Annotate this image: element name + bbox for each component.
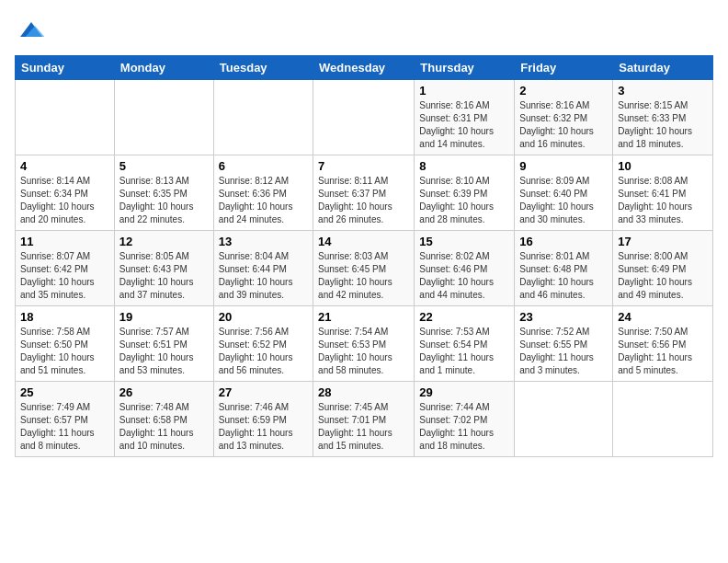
day-number: 4 — [20, 159, 109, 173]
day-info: Sunrise: 7:48 AM Sunset: 6:58 PM Dayligh… — [119, 401, 209, 453]
calendar-cell: 29Sunrise: 7:44 AM Sunset: 7:02 PM Dayli… — [415, 382, 515, 457]
day-info: Sunrise: 8:14 AM Sunset: 6:34 PM Dayligh… — [20, 175, 109, 226]
day-number: 16 — [519, 235, 608, 248]
day-info: Sunrise: 8:08 AM Sunset: 6:41 PM Dayligh… — [618, 175, 708, 226]
column-header-sunday: Sunday — [16, 56, 115, 80]
week-row-3: 11Sunrise: 8:07 AM Sunset: 6:42 PM Dayli… — [16, 231, 713, 306]
calendar-cell — [515, 382, 613, 457]
calendar-cell: 25Sunrise: 7:49 AM Sunset: 6:57 PM Dayli… — [16, 382, 115, 457]
calendar-cell: 9Sunrise: 8:09 AM Sunset: 6:40 PM Daylig… — [515, 155, 613, 231]
day-info: Sunrise: 7:52 AM Sunset: 6:55 PM Dayligh… — [519, 326, 608, 377]
calendar-cell: 28Sunrise: 7:45 AM Sunset: 7:01 PM Dayli… — [313, 382, 415, 457]
calendar-cell: 4Sunrise: 8:14 AM Sunset: 6:34 PM Daylig… — [16, 155, 115, 231]
calendar-cell — [16, 80, 115, 155]
page-header — [15, 15, 713, 48]
day-number: 5 — [119, 159, 209, 173]
day-number: 27 — [219, 385, 308, 399]
calendar-cell — [114, 80, 213, 155]
calendar-cell — [313, 80, 415, 155]
day-number: 25 — [20, 385, 109, 399]
calendar-cell: 12Sunrise: 8:05 AM Sunset: 6:43 PM Dayli… — [114, 231, 213, 306]
day-number: 21 — [318, 310, 409, 324]
day-number: 28 — [318, 385, 409, 399]
column-header-tuesday: Tuesday — [213, 56, 313, 80]
calendar-cell: 22Sunrise: 7:53 AM Sunset: 6:54 PM Dayli… — [415, 306, 515, 382]
day-info: Sunrise: 8:15 AM Sunset: 6:33 PM Dayligh… — [618, 99, 708, 151]
week-row-4: 18Sunrise: 7:58 AM Sunset: 6:50 PM Dayli… — [16, 306, 713, 382]
calendar-cell: 5Sunrise: 8:13 AM Sunset: 6:35 PM Daylig… — [114, 155, 213, 231]
day-info: Sunrise: 8:04 AM Sunset: 6:44 PM Dayligh… — [219, 250, 308, 302]
calendar-cell: 10Sunrise: 8:08 AM Sunset: 6:41 PM Dayli… — [613, 155, 713, 231]
day-info: Sunrise: 8:11 AM Sunset: 6:37 PM Dayligh… — [318, 175, 409, 226]
day-info: Sunrise: 7:57 AM Sunset: 6:51 PM Dayligh… — [119, 326, 209, 377]
day-number: 24 — [618, 310, 708, 324]
day-info: Sunrise: 7:58 AM Sunset: 6:50 PM Dayligh… — [20, 326, 109, 377]
day-info: Sunrise: 8:05 AM Sunset: 6:43 PM Dayligh… — [119, 250, 209, 302]
calendar-cell — [213, 80, 313, 155]
week-row-1: 1Sunrise: 8:16 AM Sunset: 6:31 PM Daylig… — [16, 80, 713, 155]
day-number: 1 — [419, 84, 509, 98]
day-info: Sunrise: 8:10 AM Sunset: 6:39 PM Dayligh… — [419, 175, 509, 226]
day-number: 8 — [419, 159, 509, 173]
day-number: 13 — [219, 235, 308, 248]
calendar-cell: 21Sunrise: 7:54 AM Sunset: 6:53 PM Dayli… — [313, 306, 415, 382]
day-number: 12 — [119, 235, 209, 248]
calendar-cell: 6Sunrise: 8:12 AM Sunset: 6:36 PM Daylig… — [213, 155, 313, 231]
calendar-header-row: SundayMondayTuesdayWednesdayThursdayFrid… — [16, 56, 713, 80]
day-number: 10 — [618, 159, 708, 173]
day-number: 22 — [419, 310, 509, 324]
day-number: 20 — [219, 310, 308, 324]
day-info: Sunrise: 8:13 AM Sunset: 6:35 PM Dayligh… — [119, 175, 209, 226]
day-number: 9 — [519, 159, 608, 173]
logo — [15, 15, 46, 48]
day-number: 26 — [119, 385, 209, 399]
day-number: 3 — [618, 84, 708, 98]
day-number: 2 — [519, 84, 608, 98]
calendar-cell: 11Sunrise: 8:07 AM Sunset: 6:42 PM Dayli… — [16, 231, 115, 306]
day-number: 23 — [519, 310, 608, 324]
day-info: Sunrise: 7:56 AM Sunset: 6:52 PM Dayligh… — [219, 326, 308, 377]
day-info: Sunrise: 7:53 AM Sunset: 6:54 PM Dayligh… — [419, 326, 509, 377]
calendar-cell: 23Sunrise: 7:52 AM Sunset: 6:55 PM Dayli… — [515, 306, 613, 382]
day-number: 17 — [618, 235, 708, 248]
calendar-cell: 3Sunrise: 8:15 AM Sunset: 6:33 PM Daylig… — [613, 80, 713, 155]
calendar-cell: 8Sunrise: 8:10 AM Sunset: 6:39 PM Daylig… — [415, 155, 515, 231]
logo-icon — [17, 15, 46, 44]
day-info: Sunrise: 8:16 AM Sunset: 6:32 PM Dayligh… — [519, 99, 608, 151]
column-header-friday: Friday — [515, 56, 613, 80]
calendar-cell: 27Sunrise: 7:46 AM Sunset: 6:59 PM Dayli… — [213, 382, 313, 457]
day-number: 14 — [318, 235, 409, 248]
day-info: Sunrise: 7:54 AM Sunset: 6:53 PM Dayligh… — [318, 326, 409, 377]
day-info: Sunrise: 7:46 AM Sunset: 6:59 PM Dayligh… — [219, 401, 308, 453]
calendar-cell: 19Sunrise: 7:57 AM Sunset: 6:51 PM Dayli… — [114, 306, 213, 382]
day-number: 19 — [119, 310, 209, 324]
column-header-saturday: Saturday — [613, 56, 713, 80]
calendar-cell: 13Sunrise: 8:04 AM Sunset: 6:44 PM Dayli… — [213, 231, 313, 306]
day-number: 18 — [20, 310, 109, 324]
day-number: 15 — [419, 235, 509, 248]
column-header-thursday: Thursday — [415, 56, 515, 80]
day-info: Sunrise: 8:01 AM Sunset: 6:48 PM Dayligh… — [519, 250, 608, 302]
day-info: Sunrise: 7:49 AM Sunset: 6:57 PM Dayligh… — [20, 401, 109, 453]
day-info: Sunrise: 7:45 AM Sunset: 7:01 PM Dayligh… — [318, 401, 409, 453]
week-row-2: 4Sunrise: 8:14 AM Sunset: 6:34 PM Daylig… — [16, 155, 713, 231]
calendar-cell: 20Sunrise: 7:56 AM Sunset: 6:52 PM Dayli… — [213, 306, 313, 382]
calendar-cell: 18Sunrise: 7:58 AM Sunset: 6:50 PM Dayli… — [16, 306, 115, 382]
day-info: Sunrise: 8:02 AM Sunset: 6:46 PM Dayligh… — [419, 250, 509, 302]
calendar-cell: 7Sunrise: 8:11 AM Sunset: 6:37 PM Daylig… — [313, 155, 415, 231]
calendar-cell: 15Sunrise: 8:02 AM Sunset: 6:46 PM Dayli… — [415, 231, 515, 306]
calendar-cell — [613, 382, 713, 457]
day-info: Sunrise: 8:09 AM Sunset: 6:40 PM Dayligh… — [519, 175, 608, 226]
calendar-cell: 1Sunrise: 8:16 AM Sunset: 6:31 PM Daylig… — [415, 80, 515, 155]
calendar-cell: 26Sunrise: 7:48 AM Sunset: 6:58 PM Dayli… — [114, 382, 213, 457]
calendar-table: SundayMondayTuesdayWednesdayThursdayFrid… — [15, 55, 713, 457]
day-number: 6 — [219, 159, 308, 173]
day-info: Sunrise: 8:00 AM Sunset: 6:49 PM Dayligh… — [618, 250, 708, 302]
day-number: 7 — [318, 159, 409, 173]
day-number: 11 — [20, 235, 109, 248]
calendar-cell: 17Sunrise: 8:00 AM Sunset: 6:49 PM Dayli… — [613, 231, 713, 306]
day-info: Sunrise: 8:03 AM Sunset: 6:45 PM Dayligh… — [318, 250, 409, 302]
day-info: Sunrise: 8:16 AM Sunset: 6:31 PM Dayligh… — [419, 99, 509, 151]
day-number: 29 — [419, 385, 509, 399]
column-header-monday: Monday — [114, 56, 213, 80]
